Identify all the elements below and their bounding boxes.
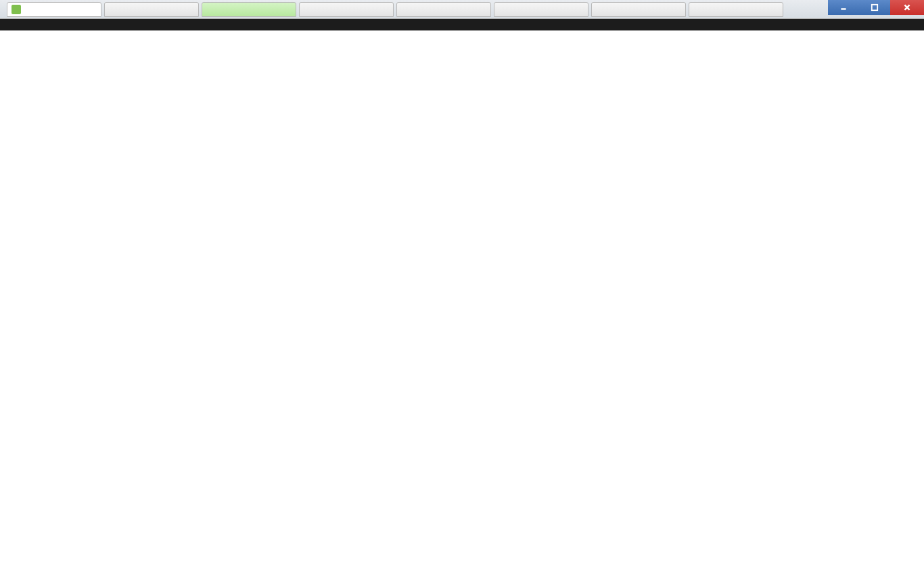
browser-tabs	[7, 2, 783, 17]
browser-tab[interactable]	[689, 2, 783, 17]
browser-tab[interactable]	[494, 2, 588, 17]
app-titlebar	[0, 19, 924, 30]
browser-tab[interactable]	[396, 2, 491, 17]
browser-tab-active[interactable]	[7, 2, 101, 17]
svg-rect-1	[872, 5, 877, 10]
browser-tab[interactable]	[202, 2, 296, 17]
close-button[interactable]	[890, 0, 924, 15]
os-titlebar	[0, 0, 924, 19]
browser-tab[interactable]	[104, 2, 199, 17]
window-controls	[828, 0, 924, 15]
minimize-button[interactable]	[828, 0, 859, 15]
browser-tab[interactable]	[299, 2, 394, 17]
browser-tab[interactable]	[591, 2, 686, 17]
maximize-button[interactable]	[859, 0, 890, 15]
